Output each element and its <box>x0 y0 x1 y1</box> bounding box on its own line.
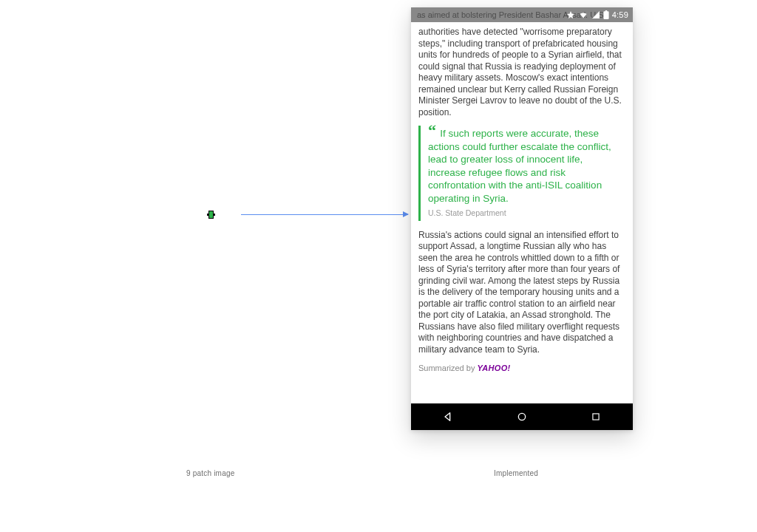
brand-yahoo: YAHOO! <box>477 364 510 372</box>
star-icon <box>566 10 575 19</box>
status-icons-group: 4:59 <box>566 7 628 22</box>
android-nav-bar <box>411 403 633 430</box>
article-content[interactable]: authorities have detected "worrisome pre… <box>411 22 633 403</box>
status-bar: as aimed at bolstering President Bashar … <box>411 7 633 22</box>
nav-recents-button[interactable] <box>574 403 618 430</box>
summarized-by-line: Summarized by YAHOO! <box>418 363 625 375</box>
battery-icon <box>603 10 609 19</box>
wifi-icon <box>578 10 588 19</box>
caption-9patch: 9 patch image <box>186 469 234 477</box>
article-paragraph-bottom: Russia's actions could signal an intensi… <box>418 230 625 356</box>
signal-icon <box>591 10 600 19</box>
pull-quote: “ If such reports were accurate, these a… <box>418 126 625 221</box>
quote-mark-icon: “ <box>428 127 436 134</box>
article-paragraph-top: authorities have detected "worrisome pre… <box>418 27 625 118</box>
svg-rect-1 <box>593 414 599 420</box>
svg-point-0 <box>518 413 525 420</box>
brand-name: YAHOO <box>477 364 507 372</box>
relation-arrow <box>241 214 408 215</box>
summarized-by-prefix: Summarized by <box>418 364 477 372</box>
status-time: 4:59 <box>612 10 628 20</box>
nav-home-button[interactable] <box>500 403 544 430</box>
nine-patch-asset <box>208 211 214 219</box>
nav-back-button[interactable] <box>426 403 470 430</box>
quote-text: If such reports were accurate, these act… <box>428 128 611 204</box>
quote-attribution: U.S. State Department <box>428 208 622 219</box>
brand-exclamation: ! <box>508 364 511 372</box>
caption-implemented: Implemented <box>494 469 538 477</box>
device-frame: as aimed at bolstering President Bashar … <box>411 7 633 430</box>
